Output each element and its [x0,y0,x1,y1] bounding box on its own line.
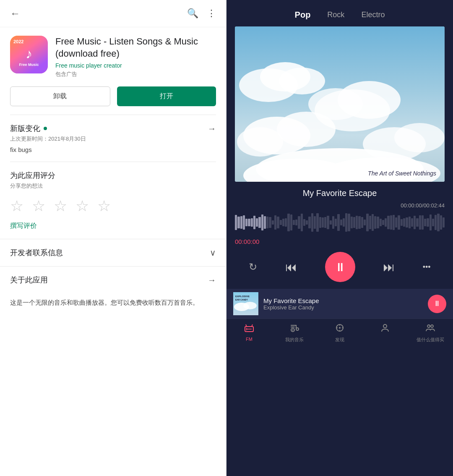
app-info: Free Music - Listen Songs & Music (downl… [55,36,216,78]
nav-item-community[interactable]: 值什么值得买 [408,323,453,343]
uninstall-button[interactable]: 卸载 [10,86,110,106]
nav-item-discover[interactable]: 发现 [317,323,362,343]
mini-thumb: EXPLOSIVE EAR CANDY [233,292,258,315]
discover-label: 发现 [335,337,344,343]
svg-point-32 [339,327,341,329]
about-title: 关于此应用 [10,275,48,285]
nav-item-fm[interactable]: FM [226,323,272,343]
left-panel: ← 🔍 ⋮ 2022 ♪ Free Music Free Music - Lis… [0,0,226,476]
changelog-header: 新版变化 → [10,123,216,133]
write-review-button[interactable]: 撰写评价 [10,222,216,230]
action-buttons: 卸载 打开 [0,85,226,115]
album-subtitle: The Art of Sweet Nothings [368,170,436,177]
fix-bugs-text: fix bugs [10,146,216,153]
more-icon[interactable]: ⋮ [207,8,216,19]
next-button[interactable]: ⏭ [383,260,395,274]
changelog-section: 新版变化 → 上次更新时间：2021年8月30日 fix bugs [0,115,226,162]
about-description: 这是一个无限的音乐和歌曲播放器。您可以免费收听数百万首音乐。 [0,298,226,308]
app-icon-year: 2022 [13,39,23,44]
top-bar-left: ← [10,8,20,19]
community-icon [425,323,435,335]
svg-rect-25 [291,325,297,326]
app-title: Free Music - Listen Songs & Music (downl… [55,36,216,60]
about-arrow-icon[interactable]: → [208,275,216,285]
rating-subtitle: 分享您的想法 [10,182,216,190]
svg-point-37 [383,324,387,328]
new-dot [44,127,47,130]
mini-artist: Explosive Ear Candy [263,304,423,311]
developer-title: 开发者联系信息 [10,248,63,258]
discover-icon [335,323,345,335]
app-developer[interactable]: Free music player creator [55,62,216,69]
svg-point-17 [243,302,257,309]
app-icon-label: Free Music [19,63,39,67]
changelog-title-row: 新版变化 [10,123,47,133]
bottom-nav: FM 我的音乐 [226,319,453,346]
album-art: EXPLOSIVE EAR CANDY [235,26,445,182]
about-section-header: 关于此应用 → [0,266,226,293]
back-icon[interactable]: ← [10,8,20,19]
nav-item-profile[interactable] [362,323,408,343]
app-header: 2022 ♪ Free Music Free Music - Listen So… [0,27,226,85]
top-bar-right: 🔍 ⋮ [187,8,216,19]
fm-icon [244,323,254,335]
open-button[interactable]: 打开 [117,86,216,106]
rating-section: 为此应用评分 分享您的想法 ☆ ☆ ☆ ☆ ☆ 撰写评价 [0,162,226,239]
star-2[interactable]: ☆ [32,197,45,215]
current-time: 00:00:00 [226,236,453,247]
svg-point-28 [292,330,294,331]
app-icon-inner: 2022 ♪ Free Music [10,36,48,73]
right-panel: Pop Rock Electro EXPLOSIVE EAR CANDY [226,0,453,476]
app-ad-label: 包含广告 [55,71,216,78]
top-bar: ← 🔍 ⋮ [0,0,226,27]
svg-rect-26 [291,327,295,327]
pause-button[interactable]: ⏸ [325,252,355,282]
more-options-button[interactable]: ••• [423,263,431,272]
time-display: 00:00:00/00:02:44 [226,202,453,209]
svg-text:EXPLOSIVE: EXPLOSIVE [235,295,250,298]
star-1[interactable]: ☆ [10,197,23,215]
song-info: My Favorite Escape [226,182,453,201]
star-3[interactable]: ☆ [54,197,67,215]
song-title: My Favorite Escape [235,188,445,198]
repeat-button[interactable]: ↻ [249,261,257,273]
pause-icon: ⏸ [334,260,346,274]
mymusic-label: 我的音乐 [285,337,304,343]
waveform[interactable] [235,212,445,233]
profile-icon [380,323,390,335]
nav-item-mymusic[interactable]: 我的音乐 [272,323,317,343]
fm-label: FM [246,337,253,342]
player-controls: ↻ ⏮ ⏸ ⏭ ••• [226,247,453,289]
mini-song-title: My Favorite Escape [263,297,423,304]
svg-point-9 [237,127,283,157]
svg-point-30 [296,328,299,330]
svg-text:EAR CANDY: EAR CANDY [235,298,248,301]
mini-pause-icon: ⏸ [433,299,441,308]
svg-point-3 [279,68,325,94]
album-art-container: EXPLOSIVE EAR CANDY [235,26,445,182]
mymusic-icon [289,323,299,335]
genre-tab-rock[interactable]: Rock [327,10,344,19]
svg-point-39 [431,325,433,327]
app-icon-music: ♪ [26,46,32,62]
developer-chevron-icon[interactable]: ∨ [210,248,216,258]
genre-tab-electro[interactable]: Electro [361,10,385,19]
svg-point-8 [277,112,336,147]
genre-tabs: Pop Rock Electro [226,0,453,26]
changelog-arrow-icon[interactable]: → [208,124,216,133]
genre-tab-pop[interactable]: Pop [295,10,311,20]
search-icon[interactable]: 🔍 [187,8,198,19]
app-icon: 2022 ♪ Free Music [10,36,48,73]
mini-player[interactable]: EXPLOSIVE EAR CANDY My Favorite Escape E… [226,289,453,319]
prev-button[interactable]: ⏮ [285,260,297,274]
star-5[interactable]: ☆ [97,197,111,215]
mini-info: My Favorite Escape Explosive Ear Candy [263,297,423,311]
changelog-title: 新版变化 [10,123,40,133]
star-4[interactable]: ☆ [76,197,89,215]
svg-point-38 [427,325,430,327]
stars-row: ☆ ☆ ☆ ☆ ☆ [10,197,216,215]
mini-pause-button[interactable]: ⏸ [428,295,446,313]
rating-title: 为此应用评分 [10,170,216,180]
changelog-date: 上次更新时间：2021年8月30日 [10,135,216,143]
svg-point-11 [394,123,445,152]
